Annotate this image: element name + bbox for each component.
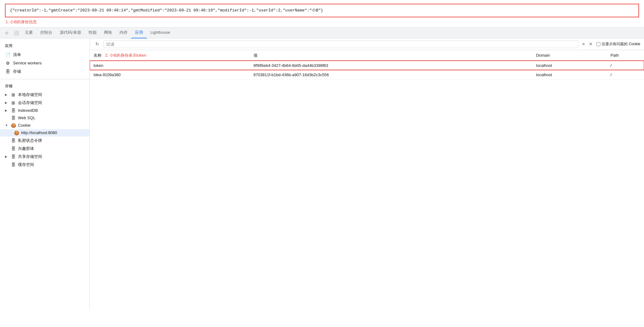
show-problem-cookies[interactable]: 仅显示有问题的 Cookie xyxy=(596,41,640,47)
tab-application[interactable]: 应用 xyxy=(131,27,147,38)
col-header-path: Path xyxy=(607,50,644,61)
sidebar-item-web-sql[interactable]: ▶ 🗄 Web SQL xyxy=(0,114,89,122)
tab-sources[interactable]: 源代码/来源 xyxy=(56,27,85,38)
cookie-label: Cookie xyxy=(18,123,30,128)
cookie-name-idea: Idea-9109a380 xyxy=(90,70,250,79)
cache-storage-label: 缓存空间 xyxy=(18,162,34,168)
shared-storage-arrow: ▶ xyxy=(5,155,9,158)
sidebar-item-private-state[interactable]: ▶ 🗄 私密状态令牌 xyxy=(0,137,89,145)
top-area: {"creatorId":-1,"gmtCreate":"2023-09-21 … xyxy=(0,0,644,27)
json-label: 1. 小B的身份信息 xyxy=(5,19,639,25)
filter-input[interactable] xyxy=(103,40,578,48)
tab-console[interactable]: 控制台 xyxy=(37,27,56,38)
show-problem-cookies-label: 仅显示有问题的 Cookie xyxy=(602,41,640,47)
indexed-db-icon: 🗄 xyxy=(11,108,16,113)
cookie-name-token: token xyxy=(90,61,250,70)
manifest-icon: 📄 xyxy=(5,52,11,57)
sidebar-item-service-workers-label: Service workers xyxy=(13,61,41,65)
indexed-db-arrow: ▶ xyxy=(5,109,9,112)
storage-section-icon: 🗄 xyxy=(5,69,11,74)
cookie-localhost-icon: 🍪 xyxy=(14,130,19,135)
sidebar-item-storage-label: 存储 xyxy=(13,69,21,74)
cookie-path-idea: / xyxy=(607,70,644,79)
sidebar-item-storage[interactable]: 🗄 存储 xyxy=(0,67,89,76)
app-section-title: 应用 xyxy=(0,42,89,50)
local-storage-arrow: ▶ xyxy=(5,93,9,96)
tab-performance[interactable]: 性能 xyxy=(85,27,100,38)
tab-elements[interactable]: 元素 xyxy=(21,27,37,38)
interest-groups-label: 兴趣群体 xyxy=(18,146,34,151)
cookie-table-body: token 9f995eb4-3427-4b64-8d45-da44b3398f… xyxy=(90,61,644,79)
cookie-domain-idea: localhost xyxy=(533,70,607,79)
sidebar-item-local-storage[interactable]: ▶ ⊞ 本地存储空间 xyxy=(0,91,89,99)
sidebar-divider xyxy=(0,79,89,79)
cookie-table-container: 名称 2. 小B的身份表示token 值 Domain Path token 9… xyxy=(90,50,644,310)
cookie-localhost-label: http://localhost:8080 xyxy=(21,130,57,135)
devtools-toolbar: ⊹ ⬜ 元素 控制台 源代码/来源 性能 网络 内存 应用 Lighthouse xyxy=(0,27,644,38)
table-row[interactable]: token 9f995eb4-3427-4b64-8d45-da44b3398f… xyxy=(90,61,644,70)
sidebar-item-manifest-label: 清单 xyxy=(13,52,21,58)
web-sql-icon: 🗄 xyxy=(11,116,16,120)
tab-network[interactable]: 网络 xyxy=(100,27,116,38)
indexed-db-label: IndexedDB xyxy=(18,108,38,113)
col-header-domain: Domain xyxy=(533,50,607,61)
filter-actions: ≡ ✕ xyxy=(581,41,594,47)
cookie-table: 名称 2. 小B的身份表示token 值 Domain Path token 9… xyxy=(90,50,644,80)
json-content: {"creatorId":-1,"gmtCreate":"2023-09-21 … xyxy=(10,8,323,13)
tab-lighthouse[interactable]: Lighthouse xyxy=(147,27,174,38)
table-row[interactable]: Idea-9109a380 9703811f-b1bd-436b-a907-16… xyxy=(90,70,644,79)
shared-storage-icon: 🗄 xyxy=(11,154,16,159)
sidebar-item-cache-storage[interactable]: ▶ 🗄 缓存空间 xyxy=(0,161,89,169)
service-workers-icon: ⚙ xyxy=(5,61,11,66)
json-display: {"creatorId":-1,"gmtCreate":"2023-09-21 … xyxy=(5,4,639,17)
refresh-button[interactable]: ↻ xyxy=(94,40,101,48)
cursor-icon[interactable]: ⊹ xyxy=(2,28,11,37)
cache-storage-icon: 🗄 xyxy=(11,162,16,167)
session-storage-label: 会话存储空间 xyxy=(18,100,42,106)
device-icon[interactable]: ⬜ xyxy=(12,28,20,37)
sidebar-item-cookie[interactable]: ▼ 🍪 Cookie xyxy=(0,122,89,129)
col-name-label: 名称 xyxy=(94,53,102,58)
storage-section-title: 存储 xyxy=(0,82,89,91)
right-panel: ↻ ≡ ✕ 仅显示有问题的 Cookie 名称 2. 小B的身份表示token xyxy=(90,38,644,310)
cookie-icon: 🍪 xyxy=(11,123,16,128)
private-state-icon: 🗄 xyxy=(11,138,16,143)
col-header-value: 值 xyxy=(250,50,533,61)
sidebar-item-shared-storage[interactable]: ▶ 🗄 共享存储空间 xyxy=(0,153,89,161)
sidebar-item-interest-groups[interactable]: ▶ 🗄 兴趣群体 xyxy=(0,145,89,153)
local-storage-label: 本地存储空间 xyxy=(18,92,42,98)
clear-filter-button[interactable]: ✕ xyxy=(588,41,594,47)
session-storage-icon: ⊞ xyxy=(11,100,16,105)
filter-icon-button[interactable]: ≡ xyxy=(581,41,586,47)
web-sql-label: Web SQL xyxy=(18,116,35,120)
cookie-value-token: 9f995eb4-3427-4b64-8d45-da44b3398f83 xyxy=(250,61,533,70)
table-header-row: 名称 2. 小B的身份表示token 值 Domain Path xyxy=(90,50,644,61)
private-state-label: 私密状态令牌 xyxy=(18,138,42,143)
cookie-value-idea: 9703811f-b1bd-436b-a907-16d3b2c3c556 xyxy=(250,70,533,79)
cookie-domain-token: localhost xyxy=(533,61,607,70)
sidebar: 应用 📄 清单 ⚙ Service workers 🗄 存储 存储 ▶ ⊞ 本地… xyxy=(0,38,90,310)
main-content: 应用 📄 清单 ⚙ Service workers 🗄 存储 存储 ▶ ⊞ 本地… xyxy=(0,38,644,310)
sidebar-item-session-storage[interactable]: ▶ ⊞ 会话存储空间 xyxy=(0,99,89,107)
sidebar-item-cookie-localhost[interactable]: 🍪 http://localhost:8080 xyxy=(0,129,89,137)
interest-groups-icon: 🗄 xyxy=(11,146,16,151)
sidebar-item-service-workers[interactable]: ⚙ Service workers xyxy=(0,59,89,67)
table-column-label: 2. 小B的身份表示token xyxy=(105,53,146,58)
show-problem-cookies-checkbox[interactable] xyxy=(596,42,600,46)
cookie-arrow: ▼ xyxy=(5,124,9,127)
session-storage-arrow: ▶ xyxy=(5,101,9,104)
tab-memory[interactable]: 内存 xyxy=(116,27,131,38)
filter-bar: ↻ ≡ ✕ 仅显示有问题的 Cookie xyxy=(90,38,644,50)
shared-storage-label: 共享存储空间 xyxy=(18,154,42,159)
local-storage-icon: ⊞ xyxy=(11,92,16,97)
sidebar-item-manifest[interactable]: 📄 清单 xyxy=(0,50,89,59)
cookie-path-token: / xyxy=(607,61,644,70)
sidebar-item-indexed-db[interactable]: ▶ 🗄 IndexedDB xyxy=(0,107,89,114)
col-header-name: 名称 2. 小B的身份表示token xyxy=(90,50,250,61)
